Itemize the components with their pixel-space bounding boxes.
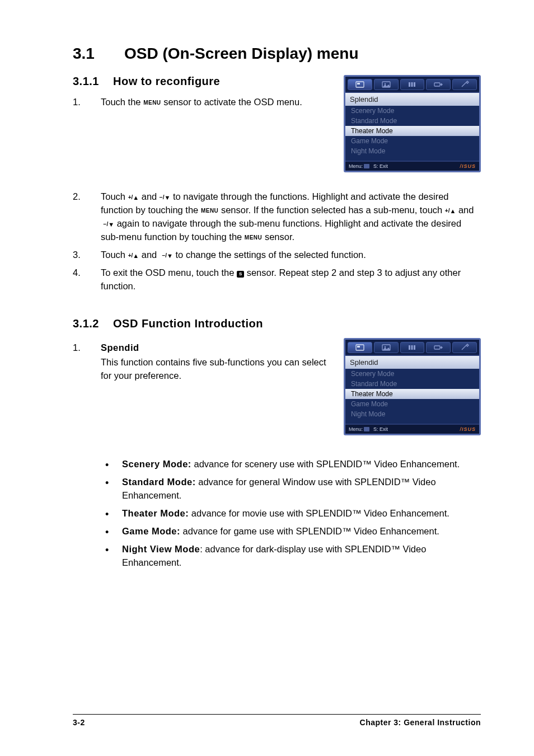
osd-item: Standard Mode	[345, 116, 479, 126]
up-arrow-icon: ▲	[133, 194, 139, 201]
svg-rect-13	[411, 345, 413, 350]
svg-rect-6	[414, 82, 415, 87]
function-1-title: Spendid	[101, 341, 332, 355]
sec-311-num: 3.1.1	[73, 75, 113, 88]
sec-312-heading: 3.1.2OSD Function Introduction	[73, 317, 481, 330]
osd-foot-menu-icon	[364, 164, 369, 168]
osd-item: Night Mode	[345, 146, 479, 156]
osd-footer: Menu: S: Exit /ISUS	[345, 161, 479, 171]
svg-point-3	[384, 83, 386, 85]
svg-rect-5	[411, 82, 413, 87]
svg-point-11	[384, 346, 386, 348]
osd-item: Scenery Mode	[345, 106, 479, 116]
step-2: Touch +/▲ and −/▼ to navigate through th…	[73, 190, 481, 244]
heading-title: OSD (On-Screen Display) menu	[124, 45, 359, 62]
list-item: Night View Mode: advance for dark-displa…	[101, 543, 481, 570]
osd-screenshot-1: Splendid Scenery Mode Standard Mode Thea…	[344, 75, 481, 172]
osd-item: Scenery Mode	[345, 369, 479, 379]
osd-tab-input-icon	[426, 79, 451, 90]
osd-tab-image-icon	[374, 342, 399, 353]
osd-tab-row	[345, 340, 479, 356]
sec-311-title: How to reconfigure	[113, 75, 220, 87]
osd-menu-title: Splendid	[345, 93, 479, 106]
osd-tab-setup-icon	[452, 342, 477, 353]
step-4: To exit the OSD menu, touch the S sensor…	[73, 266, 481, 293]
sec-311-heading: 3.1.1How to reconfigure	[73, 75, 332, 88]
sec-312-title: OSD Function Introduction	[113, 317, 263, 330]
osd-tab-input-icon	[426, 342, 451, 353]
osd-item: Standard Mode	[345, 379, 479, 389]
osd-item: Game Mode	[345, 136, 479, 146]
heading-number: 3.1	[73, 45, 124, 63]
osd-footer: Menu: S: Exit /ISUS	[345, 424, 479, 434]
osd-tab-row	[345, 77, 479, 93]
step-1: Touch the MENU sensor to activate the OS…	[73, 96, 332, 109]
down-arrow-icon: ▼	[164, 194, 170, 201]
osd-screenshot-2: Splendid Scenery Mode Standard Mode Thea…	[344, 338, 481, 435]
svg-rect-12	[409, 345, 410, 350]
menu-sensor-label: MENU	[143, 100, 161, 106]
osd-brand-logo: /ISUS	[460, 163, 476, 169]
svg-rect-14	[414, 345, 415, 350]
svg-rect-9	[357, 346, 360, 348]
svg-rect-1	[357, 83, 360, 84]
osd-tab-image-icon	[374, 79, 399, 90]
osd-foot-menu-icon	[364, 427, 369, 431]
list-item: Standard Mode: advance for general Windo…	[101, 476, 481, 503]
step-3: Touch +/▲ and −/▼ to change the settings…	[73, 248, 481, 262]
osd-tab-splendid-icon	[348, 342, 372, 353]
sec-312-num: 3.1.2	[73, 317, 113, 330]
osd-tab-setup-icon	[452, 79, 477, 90]
chapter-label: Chapter 3: General Instruction	[360, 718, 481, 727]
function-1: 1. Spendid This function contains five s…	[73, 341, 332, 383]
svg-rect-4	[409, 82, 410, 87]
list-item: Theater Mode: advance for movie use with…	[101, 507, 481, 520]
osd-item: Game Mode	[345, 399, 479, 409]
list-item: Scenery Mode: advance for scenery use wi…	[101, 458, 481, 471]
page-number: 3-2	[73, 718, 85, 727]
osd-menu-title: Splendid	[345, 356, 479, 369]
svg-rect-7	[434, 83, 440, 86]
page-footer: 3-2 Chapter 3: General Instruction	[73, 714, 481, 727]
list-item: Game Mode: advance for game use with SPL…	[101, 525, 481, 538]
svg-rect-15	[434, 346, 440, 349]
s-sensor-icon: S	[237, 271, 244, 278]
function-1-body: This function contains five sub-function…	[101, 357, 326, 381]
osd-tab-color-icon	[400, 79, 425, 90]
osd-tab-splendid-icon	[348, 79, 372, 90]
osd-item: Night Mode	[345, 409, 479, 419]
splendid-modes-list: Scenery Mode: advance for scenery use wi…	[101, 458, 481, 569]
osd-brand-logo: /ISUS	[460, 426, 476, 432]
osd-tab-color-icon	[400, 342, 425, 353]
osd-item-selected: Theater Mode	[345, 126, 479, 136]
page-heading: 3.1OSD (On-Screen Display) menu	[73, 45, 481, 63]
osd-item-selected: Theater Mode	[345, 389, 479, 399]
